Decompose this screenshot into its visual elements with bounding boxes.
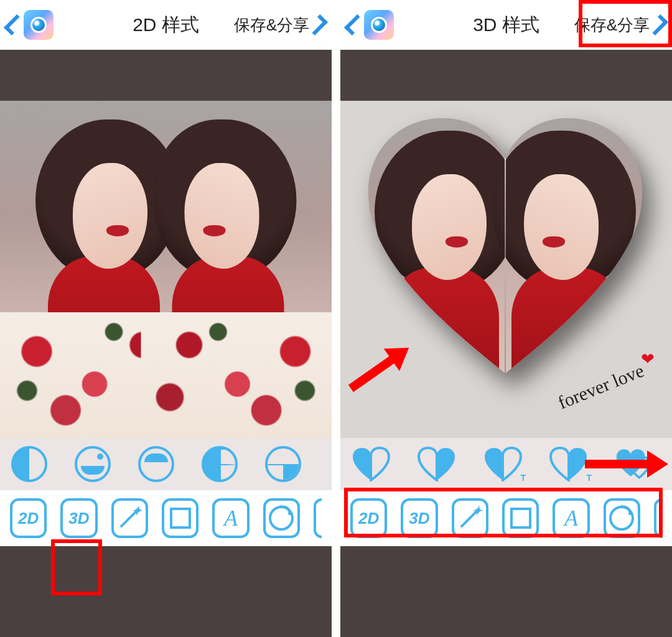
mode-2d-button[interactable]: 2D	[10, 498, 47, 538]
heart-3d-shape	[368, 112, 642, 379]
mode-3d-button[interactable]: 3D	[401, 498, 437, 538]
page-title: 3D 样式	[473, 12, 539, 38]
style-option-heart-left-fill-text[interactable]: T	[483, 447, 522, 481]
mode-3d-button[interactable]: 3D	[60, 498, 97, 538]
save-share-button[interactable]: 保存&分享	[234, 14, 323, 36]
style-option-heart-left-fill[interactable]	[352, 447, 390, 481]
app-icon	[364, 10, 394, 40]
square-icon	[510, 508, 531, 529]
square-icon	[170, 508, 191, 529]
style-option-heart-double[interactable]	[615, 447, 654, 481]
magic-tool-button[interactable]	[111, 498, 148, 538]
style-option-heart-right-fill-text[interactable]: T	[549, 447, 588, 481]
left-screenshot: 2D 样式 保存&分享 2D 3D	[0, 0, 332, 637]
canvas-area	[0, 50, 332, 438]
heart-icon: ❤	[641, 350, 655, 369]
style-options-strip: T T	[340, 438, 672, 490]
sticker-icon	[609, 506, 634, 531]
tool-strip: 2D 3D A	[0, 490, 332, 546]
app-icon	[24, 10, 54, 40]
sticker-tool-button[interactable]	[604, 498, 640, 538]
bottom-padding	[340, 546, 672, 637]
sticker-tool-button[interactable]	[263, 498, 300, 538]
magic-tool-button[interactable]	[452, 498, 488, 538]
style-option-heart-right-fill[interactable]	[418, 447, 456, 481]
style-options-strip	[0, 438, 332, 490]
mirror-preview-3d[interactable]: forever love❤	[340, 101, 672, 438]
back-button[interactable]	[349, 10, 394, 40]
header: 2D 样式 保存&分享	[0, 0, 332, 50]
chevron-right-icon	[307, 14, 328, 35]
more-tool-button[interactable]	[654, 498, 662, 538]
frame-tool-button[interactable]	[162, 498, 198, 538]
more-tool-button[interactable]	[314, 498, 322, 538]
right-screenshot: 3D 样式 保存&分享	[340, 0, 672, 637]
frame-tool-button[interactable]	[502, 498, 539, 538]
sticker-icon	[269, 506, 294, 531]
back-button[interactable]	[9, 10, 54, 40]
mirror-preview-2d[interactable]	[0, 101, 332, 438]
mode-2d-button[interactable]: 2D	[350, 498, 387, 538]
style-option-half-vertical[interactable]	[11, 446, 47, 482]
text-tool-button[interactable]: A	[212, 498, 249, 538]
canvas-area: forever love❤	[340, 50, 672, 438]
text-tool-button[interactable]: A	[553, 498, 589, 538]
bottom-padding	[0, 546, 332, 637]
style-option-quadrants-left[interactable]	[202, 446, 238, 482]
chevron-left-icon	[4, 14, 25, 35]
style-option-quadrants-diag[interactable]	[265, 446, 301, 482]
tool-strip: 2D 3D A	[340, 490, 672, 546]
save-share-label: 保存&分享	[574, 14, 650, 36]
header: 3D 样式 保存&分享	[340, 0, 672, 50]
chevron-left-icon	[344, 14, 365, 35]
style-option-half-top[interactable]	[138, 446, 174, 482]
save-share-button[interactable]: 保存&分享	[574, 14, 663, 36]
chevron-right-icon	[647, 14, 668, 35]
style-option-half-bottom[interactable]	[75, 446, 111, 482]
page-title: 2D 样式	[133, 12, 199, 38]
save-share-label: 保存&分享	[234, 14, 309, 36]
